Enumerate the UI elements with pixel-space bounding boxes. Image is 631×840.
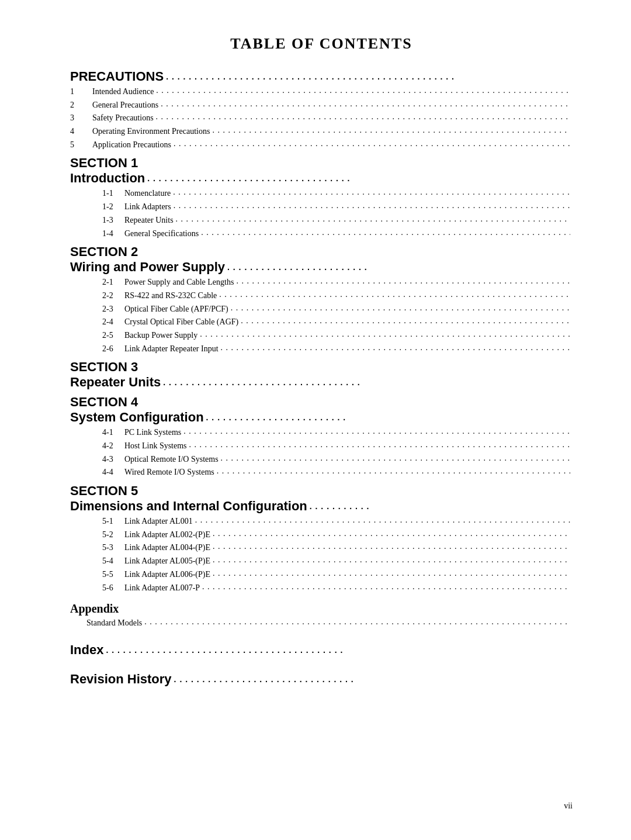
section1-heading: Introduction xyxy=(70,171,573,186)
item-dots xyxy=(176,213,570,226)
list-item: 2-4 Crystal Optical Fiber Cable (AGF) xyxy=(70,316,573,329)
item-dots xyxy=(202,580,570,593)
section3-heading: Repeater Units xyxy=(70,375,573,390)
item-num: 1-1 xyxy=(102,187,124,200)
item-num: 2-6 xyxy=(102,343,124,355)
revision-dots xyxy=(174,675,570,684)
item-text: Link Adapter AL002-(P)E xyxy=(124,528,210,541)
page-title: TABLE OF CONTENTS xyxy=(70,35,573,53)
item-dots xyxy=(201,226,570,239)
item-num: 2-2 xyxy=(102,289,124,302)
item-text: Link Adapter Repeater Input xyxy=(124,343,219,355)
item-num: 4 xyxy=(70,125,92,138)
item-dots xyxy=(200,328,570,341)
item-text: Wired Remote I/O Systems xyxy=(124,466,214,479)
list-item: 1-1 Nomenclature xyxy=(70,187,573,200)
item-text: Safety Precautions xyxy=(92,112,154,125)
list-item: 5-3 Link Adapter AL004-(P)E xyxy=(70,541,573,554)
list-item: 5-6 Link Adapter AL007-P xyxy=(70,582,573,594)
index-heading: Index xyxy=(70,634,573,659)
section5-label: SECTION 5 xyxy=(70,483,573,499)
item-text: PC Link Systems xyxy=(124,426,181,439)
item-dots xyxy=(156,84,570,97)
item-num: 3 xyxy=(70,112,92,125)
section5-dots xyxy=(310,502,570,511)
list-item: 4 Operating Environment Precautions xyxy=(70,125,573,138)
appendix-block: Appendix Standard Models xyxy=(70,602,573,630)
precautions-section: PRECAUTIONS 1 Intended Audience 2 Genera… xyxy=(70,69,573,151)
list-item: 4-2 Host Link Systems xyxy=(70,440,573,452)
section2-heading-text: Wiring and Power Supply xyxy=(70,260,225,275)
item-dots xyxy=(156,110,570,123)
item-text: Nomenclature xyxy=(124,187,171,200)
section2-heading: Wiring and Power Supply xyxy=(70,260,573,275)
item-text: Link Adapter AL001 xyxy=(124,515,193,528)
item-num: 5 xyxy=(70,139,92,151)
item-num: 2-1 xyxy=(102,276,124,289)
item-num: 1-3 xyxy=(102,214,124,227)
section1-block: SECTION 1 Introduction 1-1 Nomenclature … xyxy=(70,155,573,240)
section5-heading: Dimensions and Internal Configuration xyxy=(70,499,573,514)
section4-block: SECTION 4 System Configuration 4-1 PC Li… xyxy=(70,395,573,479)
item-num: 5-5 xyxy=(102,568,124,581)
section1-heading-text: Introduction xyxy=(70,171,145,186)
item-num: 5-2 xyxy=(102,528,124,541)
item-text: Crystal Optical Fiber Cable (AGF) xyxy=(124,316,238,329)
list-item: 4-4 Wired Remote I/O Systems xyxy=(70,466,573,479)
list-item: Standard Models xyxy=(70,617,573,630)
item-num: 1 xyxy=(70,85,92,98)
revision-history-text: Revision History xyxy=(70,672,172,687)
item-dots xyxy=(189,438,570,451)
item-text: Optical Remote I/O Systems xyxy=(124,453,219,466)
precautions-heading: PRECAUTIONS xyxy=(70,69,573,84)
revision-history-heading: Revision History xyxy=(70,663,573,688)
item-text: General Specifications xyxy=(124,227,199,240)
item-text: Standard Models xyxy=(86,617,142,630)
item-dots xyxy=(213,527,570,540)
item-text: Application Precautions xyxy=(92,139,171,151)
item-text: Intended Audience xyxy=(92,85,154,98)
list-item: 2-1 Power Supply and Cable Lengths xyxy=(70,276,573,289)
item-num: 2-5 xyxy=(102,329,124,342)
section2-dots xyxy=(227,262,570,272)
item-text: General Precautions xyxy=(92,99,158,112)
item-num: 4-1 xyxy=(102,426,124,439)
section1-label: SECTION 1 xyxy=(70,155,573,171)
precautions-dots xyxy=(166,72,570,81)
item-dots xyxy=(213,540,570,553)
list-item: 3 Safety Precautions xyxy=(70,112,573,125)
item-dots xyxy=(213,567,570,580)
item-num: 4-3 xyxy=(102,453,124,466)
item-text: Link Adapter AL007-P xyxy=(124,582,200,594)
item-text: Optical Fiber Cable (APF/PCF) xyxy=(124,303,228,316)
item-text: Link Adapter AL005-(P)E xyxy=(124,555,210,568)
item-dots xyxy=(217,465,570,478)
list-item: 5-1 Link Adapter AL001 xyxy=(70,515,573,528)
item-text: Operating Environment Precautions xyxy=(92,125,210,138)
list-item: 2-2 RS-422 and RS-232C Cable xyxy=(70,289,573,302)
item-num: 4-4 xyxy=(102,466,124,479)
item-text: Power Supply and Cable Lengths xyxy=(124,276,234,289)
item-dots xyxy=(173,186,570,199)
list-item: 4-3 Optical Remote I/O Systems xyxy=(70,453,573,466)
section4-heading-text: System Configuration xyxy=(70,410,204,425)
item-text: Backup Power Supply xyxy=(124,329,197,342)
section4-dots xyxy=(206,413,570,422)
item-text: Link Adapters xyxy=(124,201,171,213)
item-dots xyxy=(213,554,570,566)
item-num: 2-4 xyxy=(102,316,124,329)
list-item: 2-6 Link Adapter Repeater Input xyxy=(70,343,573,355)
section2-block: SECTION 2 Wiring and Power Supply 2-1 Po… xyxy=(70,244,573,355)
item-num: 4-2 xyxy=(102,440,124,452)
index-block: Index xyxy=(70,634,573,659)
list-item: 1-4 General Specifications xyxy=(70,227,573,240)
list-item: 5 Application Precautions xyxy=(70,139,573,151)
precautions-label: PRECAUTIONS xyxy=(70,69,164,84)
item-dots xyxy=(219,288,570,301)
item-text: Link Adapter AL006-(P)E xyxy=(124,568,210,581)
item-num: 5-1 xyxy=(102,515,124,528)
list-item: 5-5 Link Adapter AL006-(P)E xyxy=(70,568,573,581)
section3-heading-text: Repeater Units xyxy=(70,375,161,390)
item-dots xyxy=(212,124,570,137)
item-dots xyxy=(161,98,570,110)
